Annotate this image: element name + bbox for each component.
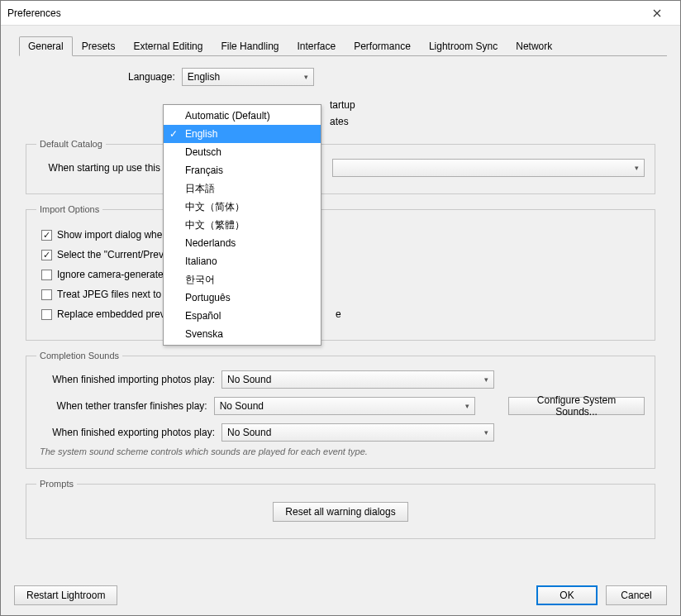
reset-warning-dialogs-button[interactable]: Reset all warning dialogs — [273, 502, 407, 522]
checkbox-replace-embedded-previews[interactable] — [41, 309, 52, 320]
check-icon: ✓ — [169, 128, 178, 140]
sound-tether-value: No Sound — [220, 400, 264, 412]
lang-option-chinese-traditional[interactable]: 中文（繁體） — [164, 216, 321, 234]
tab-external-editing[interactable]: External Editing — [124, 36, 212, 56]
sound-tether-combo[interactable]: No Sound ▾ — [214, 397, 475, 415]
chevron-down-icon: ▾ — [484, 428, 488, 437]
cancel-button[interactable]: Cancel — [606, 585, 667, 605]
tab-network[interactable]: Network — [507, 36, 561, 56]
titlebar: Preferences — [1, 1, 680, 26]
lang-option-espanol[interactable]: Español — [164, 307, 321, 325]
checkbox-show-import-dialog[interactable] — [41, 230, 52, 241]
chevron-down-icon: ▾ — [635, 164, 639, 172]
default-catalog-label: When starting up use this — [36, 162, 160, 174]
group-prompts-legend: Prompts — [36, 479, 77, 489]
checkbox-select-current-previous[interactable] — [41, 250, 52, 260]
checkbox-label: Show import dialog when a — [57, 229, 176, 241]
lang-option-portugues[interactable]: Português — [164, 289, 321, 307]
group-import-options-legend: Import Options — [36, 204, 102, 214]
group-import-options: Import Options Show import dialog when a… — [26, 204, 655, 341]
restart-lightroom-button[interactable]: Restart Lightroom — [14, 585, 117, 605]
tab-bar: General Presets External Editing File Ha… — [19, 36, 667, 56]
lang-option-english[interactable]: ✓ English — [164, 125, 321, 143]
language-label: Language: — [128, 71, 175, 83]
lang-option-automatic-default[interactable]: Automatic (Default) — [164, 107, 321, 125]
tab-interface[interactable]: Interface — [288, 36, 345, 56]
tab-page-general: Language: English ▾ tartup ates Default … — [14, 56, 667, 556]
sound-export-value: No Sound — [227, 427, 271, 438]
checkbox-label: Ignore camera-generated — [57, 269, 169, 280]
lang-option-svenska[interactable]: Svenska — [164, 325, 321, 343]
checkbox-ignore-camera-generated[interactable] — [41, 270, 52, 280]
default-catalog-combo[interactable]: ▾ — [332, 159, 645, 177]
sound-hint: The system sound scheme controls which s… — [40, 446, 641, 456]
ok-button[interactable]: OK — [536, 585, 598, 605]
lang-option-korean[interactable]: 한국어 — [164, 270, 321, 289]
tab-file-handling[interactable]: File Handling — [212, 36, 288, 56]
group-default-catalog: Default Catalog When starting up use thi… — [26, 139, 655, 194]
sound-import-value: No Sound — [227, 374, 271, 385]
partial-text-e: e — [336, 308, 341, 320]
checkbox-label: Treat JPEG files next to ra — [57, 289, 173, 300]
sound-import-combo[interactable]: No Sound ▾ — [221, 370, 494, 389]
lang-option-japanese[interactable]: 日本語 — [164, 179, 321, 198]
partial-text-startup: tartup — [330, 99, 355, 111]
group-completion-sounds: Completion Sounds When finished importin… — [26, 351, 655, 469]
partial-text-iates: ates — [330, 116, 349, 127]
lang-option-deutsch[interactable]: Deutsch — [164, 143, 321, 161]
sound-export-label: When finished exporting photos play: — [36, 427, 215, 438]
lang-option-nederlands[interactable]: Nederlands — [164, 234, 321, 252]
language-dropdown-menu[interactable]: Automatic (Default) ✓ English Deutsch Fr… — [163, 104, 321, 346]
checkbox-label: Select the "Current/Previo — [57, 249, 171, 260]
sound-tether-label: When tether transfer finishes play: — [36, 400, 207, 412]
lang-option-italiano[interactable]: Italiano — [164, 252, 321, 270]
configure-system-sounds-button[interactable]: Configure System Sounds... — [508, 397, 645, 415]
group-completion-sounds-legend: Completion Sounds — [36, 351, 122, 361]
chevron-down-icon: ▾ — [304, 73, 308, 81]
checkbox-label: Replace embedded preview — [57, 308, 180, 320]
tab-general[interactable]: General — [19, 36, 73, 56]
tab-lightroom-sync[interactable]: Lightroom Sync — [420, 36, 507, 56]
window-title: Preferences — [7, 7, 61, 19]
preferences-window: Preferences General Presets External Edi… — [0, 0, 681, 616]
tab-presets[interactable]: Presets — [73, 36, 125, 56]
close-icon — [653, 9, 661, 17]
group-default-catalog-legend: Default Catalog — [36, 139, 106, 149]
lang-option-francais[interactable]: Français — [164, 161, 321, 179]
chevron-down-icon: ▾ — [465, 402, 469, 410]
chevron-down-icon: ▾ — [484, 375, 488, 384]
sound-import-label: When finished importing photos play: — [36, 374, 215, 385]
language-combo[interactable]: English ▾ — [182, 68, 314, 86]
dialog-footer: Restart Lightroom OK Cancel — [1, 575, 680, 615]
lang-option-chinese-simplified[interactable]: 中文（简体） — [164, 198, 321, 216]
sound-export-combo[interactable]: No Sound ▾ — [221, 423, 494, 442]
checkbox-treat-jpeg-next-to-raw[interactable] — [41, 289, 52, 300]
close-button[interactable] — [641, 2, 674, 25]
language-combo-value: English — [188, 71, 220, 83]
tab-performance[interactable]: Performance — [345, 36, 420, 56]
group-prompts: Prompts Reset all warning dialogs — [26, 479, 655, 539]
